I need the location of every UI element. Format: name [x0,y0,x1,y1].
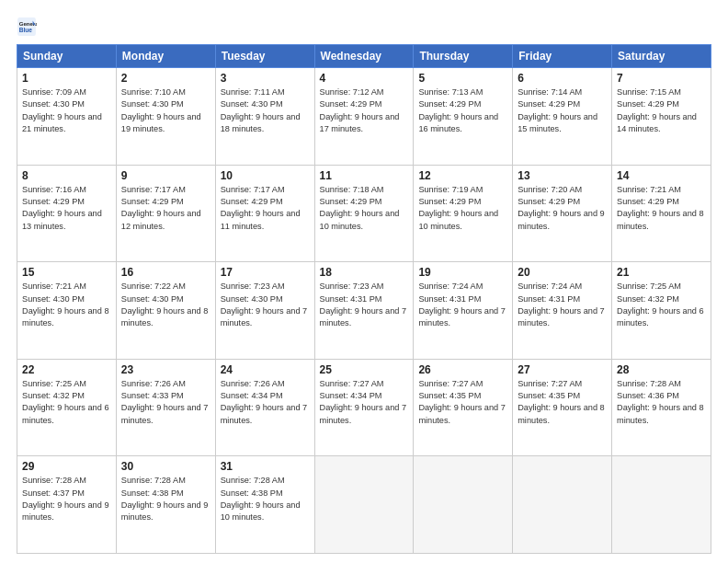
calendar-body: 1Sunrise: 7:09 AMSunset: 4:30 PMDaylight… [17,68,711,554]
day-header-tuesday: Tuesday [215,45,314,68]
day-number: 8 [22,169,111,182]
day-info: Sunrise: 7:26 AMSunset: 4:33 PMDaylight:… [121,378,210,427]
day-number: 10 [221,169,310,182]
page: General Blue SundayMondayTuesdayWednesda… [0,0,728,563]
day-number: 24 [221,363,310,376]
day-number: 5 [418,72,507,85]
calendar-cell: 21Sunrise: 7:25 AMSunset: 4:32 PMDayligh… [612,262,711,360]
calendar: SundayMondayTuesdayWednesdayThursdayFrid… [17,44,711,554]
day-info: Sunrise: 7:15 AMSunset: 4:29 PMDaylight:… [617,86,706,135]
day-number: 30 [121,460,210,473]
calendar-cell [513,456,612,554]
day-number: 3 [221,72,310,85]
day-info: Sunrise: 7:09 AMSunset: 4:30 PMDaylight:… [22,86,111,135]
day-info: Sunrise: 7:13 AMSunset: 4:29 PMDaylight:… [418,86,507,135]
day-info: Sunrise: 7:21 AMSunset: 4:29 PMDaylight:… [617,184,706,233]
day-number: 21 [617,266,706,279]
calendar-cell: 5Sunrise: 7:13 AMSunset: 4:29 PMDaylight… [414,68,513,166]
day-number: 27 [518,363,607,376]
day-number: 26 [418,363,507,376]
calendar-cell: 15Sunrise: 7:21 AMSunset: 4:30 PMDayligh… [17,262,117,360]
calendar-cell: 30Sunrise: 7:28 AMSunset: 4:38 PMDayligh… [116,456,215,554]
day-info: Sunrise: 7:23 AMSunset: 4:30 PMDaylight:… [221,281,310,329]
day-number: 28 [617,363,706,376]
day-info: Sunrise: 7:18 AMSunset: 4:29 PMDaylight:… [320,184,409,233]
calendar-cell: 4Sunrise: 7:12 AMSunset: 4:29 PMDaylight… [314,68,414,166]
day-info: Sunrise: 7:28 AMSunset: 4:37 PMDaylight:… [22,475,111,523]
calendar-cell: 23Sunrise: 7:26 AMSunset: 4:33 PMDayligh… [116,359,215,456]
day-info: Sunrise: 7:16 AMSunset: 4:29 PMDaylight:… [22,184,111,233]
calendar-cell: 14Sunrise: 7:21 AMSunset: 4:29 PMDayligh… [612,165,711,262]
calendar-cell: 1Sunrise: 7:09 AMSunset: 4:30 PMDaylight… [17,68,117,166]
week-row-1: 1Sunrise: 7:09 AMSunset: 4:30 PMDaylight… [17,68,711,166]
day-info: Sunrise: 7:25 AMSunset: 4:32 PMDaylight:… [617,281,706,329]
calendar-cell: 25Sunrise: 7:27 AMSunset: 4:34 PMDayligh… [314,359,414,456]
calendar-cell: 31Sunrise: 7:28 AMSunset: 4:38 PMDayligh… [215,456,314,554]
logo: General Blue [17,17,40,37]
calendar-cell: 2Sunrise: 7:10 AMSunset: 4:30 PMDaylight… [116,68,215,166]
week-row-5: 29Sunrise: 7:28 AMSunset: 4:37 PMDayligh… [17,456,711,554]
calendar-cell: 9Sunrise: 7:17 AMSunset: 4:29 PMDaylight… [116,165,215,262]
day-number: 6 [518,72,607,85]
calendar-cell [612,456,711,554]
day-info: Sunrise: 7:27 AMSunset: 4:34 PMDaylight:… [320,378,409,427]
day-info: Sunrise: 7:20 AMSunset: 4:29 PMDaylight:… [518,184,607,233]
calendar-cell: 28Sunrise: 7:28 AMSunset: 4:36 PMDayligh… [612,359,711,456]
calendar-cell: 17Sunrise: 7:23 AMSunset: 4:30 PMDayligh… [215,262,314,360]
calendar-header: SundayMondayTuesdayWednesdayThursdayFrid… [17,45,711,68]
day-number: 12 [418,169,507,182]
day-number: 4 [320,72,409,85]
day-number: 25 [320,363,409,376]
day-info: Sunrise: 7:25 AMSunset: 4:32 PMDaylight:… [22,378,111,427]
header: General Blue [17,17,711,37]
day-number: 23 [121,363,210,376]
day-number: 13 [518,169,607,182]
calendar-cell: 24Sunrise: 7:26 AMSunset: 4:34 PMDayligh… [215,359,314,456]
day-header-wednesday: Wednesday [314,45,414,68]
day-header-monday: Monday [116,45,215,68]
calendar-cell: 13Sunrise: 7:20 AMSunset: 4:29 PMDayligh… [513,165,612,262]
day-info: Sunrise: 7:27 AMSunset: 4:35 PMDaylight:… [418,378,507,427]
calendar-cell: 22Sunrise: 7:25 AMSunset: 4:32 PMDayligh… [17,359,117,456]
day-info: Sunrise: 7:12 AMSunset: 4:29 PMDaylight:… [320,86,409,135]
svg-text:Blue: Blue [19,27,33,33]
day-header-friday: Friday [513,45,612,68]
day-number: 11 [320,169,409,182]
day-info: Sunrise: 7:14 AMSunset: 4:29 PMDaylight:… [518,86,607,135]
day-number: 2 [121,72,210,85]
day-number: 17 [221,266,310,279]
day-number: 16 [121,266,210,279]
day-info: Sunrise: 7:24 AMSunset: 4:31 PMDaylight:… [418,281,507,329]
day-header-saturday: Saturday [612,45,711,68]
calendar-cell: 6Sunrise: 7:14 AMSunset: 4:29 PMDaylight… [513,68,612,166]
day-info: Sunrise: 7:27 AMSunset: 4:35 PMDaylight:… [518,378,607,427]
calendar-cell: 18Sunrise: 7:23 AMSunset: 4:31 PMDayligh… [314,262,414,360]
calendar-cell: 16Sunrise: 7:22 AMSunset: 4:30 PMDayligh… [116,262,215,360]
day-number: 1 [22,72,111,85]
calendar-cell: 7Sunrise: 7:15 AMSunset: 4:29 PMDaylight… [612,68,711,166]
calendar-cell: 20Sunrise: 7:24 AMSunset: 4:31 PMDayligh… [513,262,612,360]
calendar-cell: 8Sunrise: 7:16 AMSunset: 4:29 PMDaylight… [17,165,117,262]
calendar-cell: 12Sunrise: 7:19 AMSunset: 4:29 PMDayligh… [414,165,513,262]
day-info: Sunrise: 7:22 AMSunset: 4:30 PMDaylight:… [121,281,210,329]
day-number: 31 [221,460,310,473]
calendar-cell: 26Sunrise: 7:27 AMSunset: 4:35 PMDayligh… [414,359,513,456]
day-number: 20 [518,266,607,279]
calendar-cell: 3Sunrise: 7:11 AMSunset: 4:30 PMDaylight… [215,68,314,166]
day-header-thursday: Thursday [414,45,513,68]
day-number: 14 [617,169,706,182]
calendar-cell: 19Sunrise: 7:24 AMSunset: 4:31 PMDayligh… [414,262,513,360]
week-row-2: 8Sunrise: 7:16 AMSunset: 4:29 PMDaylight… [17,165,711,262]
week-row-4: 22Sunrise: 7:25 AMSunset: 4:32 PMDayligh… [17,359,711,456]
day-info: Sunrise: 7:26 AMSunset: 4:34 PMDaylight:… [221,378,310,427]
calendar-cell: 11Sunrise: 7:18 AMSunset: 4:29 PMDayligh… [314,165,414,262]
calendar-cell [414,456,513,554]
week-row-3: 15Sunrise: 7:21 AMSunset: 4:30 PMDayligh… [17,262,711,360]
day-info: Sunrise: 7:28 AMSunset: 4:38 PMDaylight:… [221,475,310,523]
day-number: 9 [121,169,210,182]
day-number: 22 [22,363,111,376]
day-number: 18 [320,266,409,279]
day-info: Sunrise: 7:24 AMSunset: 4:31 PMDaylight:… [518,281,607,329]
day-info: Sunrise: 7:21 AMSunset: 4:30 PMDaylight:… [22,281,111,329]
day-info: Sunrise: 7:11 AMSunset: 4:30 PMDaylight:… [221,86,310,135]
